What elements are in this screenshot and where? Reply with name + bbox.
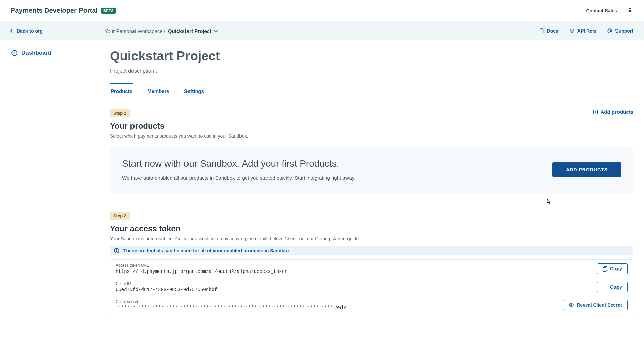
copy-icon bbox=[603, 285, 607, 289]
sub-header: Back to org Your Personal Workspace / Qu… bbox=[0, 21, 644, 40]
svg-point-0 bbox=[629, 8, 631, 11]
breadcrumb-workspace: Your Personal Workspace / bbox=[105, 28, 165, 34]
subheader-right: Docs API Refs Support bbox=[539, 28, 633, 34]
dashboard-icon bbox=[11, 50, 17, 56]
info-banner: These credentials can be used for all of… bbox=[110, 246, 633, 255]
document-icon bbox=[539, 28, 544, 34]
sandbox-card: Start now with our Sandbox. Add your fir… bbox=[110, 147, 633, 193]
copy-url-button[interactable]: Copy bbox=[597, 263, 628, 274]
step1-title: Your products bbox=[110, 121, 633, 131]
sidebar-item-dashboard[interactable]: Dashboard bbox=[11, 50, 98, 56]
copy-client-id-button[interactable]: Copy bbox=[597, 282, 628, 292]
beta-badge: BETA bbox=[101, 8, 116, 14]
step2-badge: Step 2 bbox=[110, 212, 130, 220]
svg-line-10 bbox=[610, 32, 611, 33]
support-link[interactable]: Support bbox=[607, 28, 633, 34]
docs-link[interactable]: Docs bbox=[539, 28, 558, 34]
main-content: Quickstart Project Project description..… bbox=[105, 40, 644, 327]
url-label: Access token URL bbox=[116, 263, 287, 268]
step2-desc: Your Sandbox is auto-enabled. Get your a… bbox=[110, 236, 633, 241]
step1-desc: Select which payments products you want … bbox=[110, 133, 633, 139]
url-value: https://id.payments.jpmorgan.com/am/oaut… bbox=[116, 269, 287, 274]
svg-line-11 bbox=[608, 32, 609, 33]
sandbox-desc: We have auto-enabled all our products in… bbox=[122, 175, 355, 181]
client-id-row: Client ID 65ed75fd-d817-4398-9853-9d7375… bbox=[110, 278, 633, 296]
svg-line-12 bbox=[610, 29, 611, 30]
credentials-box: Access token URL https://id.payments.jpm… bbox=[110, 259, 633, 314]
breadcrumb: Your Personal Workspace / Quickstart Pro… bbox=[105, 28, 217, 34]
reveal-secret-button[interactable]: Reveal Client Secret bbox=[563, 300, 628, 310]
add-products-link[interactable]: Add products bbox=[593, 109, 634, 115]
step1-badge: Step 1 bbox=[110, 109, 130, 117]
breadcrumb-project-label: Quickstart Project bbox=[168, 28, 211, 34]
client-secret-value: ****************************************… bbox=[116, 305, 347, 310]
tab-settings[interactable]: Settings bbox=[183, 84, 205, 99]
copy-icon bbox=[603, 266, 607, 271]
page-title: Quickstart Project bbox=[110, 49, 633, 63]
step1-header: Step 1 Add products bbox=[110, 109, 633, 117]
client-id-label: Client ID bbox=[116, 281, 217, 286]
chevron-down-icon bbox=[214, 28, 218, 32]
svg-point-8 bbox=[609, 30, 611, 32]
cred-left: Client secret **************************… bbox=[116, 299, 347, 310]
cred-left: Client ID 65ed75fd-d817-4398-9853-9d7375… bbox=[116, 281, 217, 292]
sandbox-title: Start now with our Sandbox. Add your fir… bbox=[122, 158, 355, 169]
copy-label: Copy bbox=[610, 266, 622, 272]
access-token-url-row: Access token URL https://id.payments.jpm… bbox=[110, 260, 633, 278]
copy-label: Copy bbox=[610, 284, 622, 290]
step2-title: Your access token bbox=[110, 224, 633, 233]
add-products-button[interactable]: ADD PRODUCTS bbox=[552, 162, 621, 177]
dashboard-label: Dashboard bbox=[21, 50, 51, 56]
add-products-label: Add products bbox=[601, 109, 634, 115]
tab-members[interactable]: Members bbox=[147, 84, 170, 99]
back-to-org-link[interactable]: Back to org bbox=[11, 28, 105, 34]
user-icon[interactable] bbox=[627, 7, 633, 14]
plus-icon bbox=[593, 110, 598, 114]
header-right: Contact Sales bbox=[586, 7, 633, 14]
svg-point-13 bbox=[571, 304, 572, 306]
chevron-left-icon bbox=[10, 29, 14, 33]
api-refs-link[interactable]: API Refs bbox=[569, 28, 597, 34]
docs-label: Docs bbox=[547, 28, 558, 34]
eye-icon bbox=[569, 302, 574, 308]
back-label: Back to org bbox=[17, 28, 43, 34]
reveal-label: Reveal Client Secret bbox=[577, 302, 622, 308]
client-secret-label: Client secret bbox=[116, 299, 347, 304]
client-secret-row: Client secret **************************… bbox=[110, 296, 633, 314]
sandbox-text: Start now with our Sandbox. Add your fir… bbox=[122, 158, 355, 181]
step2-section: Step 2 Your access token Your Sandbox is… bbox=[110, 212, 633, 314]
portal-title: Payments Developer Portal bbox=[11, 7, 98, 14]
support-icon bbox=[607, 28, 612, 34]
support-label: Support bbox=[615, 28, 633, 34]
tab-products[interactable]: Products bbox=[110, 83, 133, 99]
svg-point-6 bbox=[571, 31, 572, 32]
page-description: Project description... bbox=[110, 68, 633, 74]
top-header: Payments Developer Portal BETA Contact S… bbox=[0, 0, 644, 21]
cred-left: Access token URL https://id.payments.jpm… bbox=[116, 263, 287, 274]
sidebar: Dashboard bbox=[0, 40, 105, 327]
tabs: Products Members Settings bbox=[110, 84, 633, 99]
client-id-value: 65ed75fd-d817-4398-9853-9d737550cbbf bbox=[116, 287, 217, 292]
brand: Payments Developer Portal BETA bbox=[11, 7, 116, 14]
contact-sales-link[interactable]: Contact Sales bbox=[586, 8, 617, 13]
main-layout: Dashboard Quickstart Project Project des… bbox=[0, 40, 644, 327]
api-label: API Refs bbox=[577, 28, 597, 34]
api-icon bbox=[569, 28, 575, 34]
info-icon bbox=[114, 248, 119, 253]
info-text: These credentials can be used for all of… bbox=[123, 248, 290, 253]
svg-line-9 bbox=[608, 29, 609, 30]
breadcrumb-project-dropdown[interactable]: Quickstart Project bbox=[168, 28, 217, 34]
